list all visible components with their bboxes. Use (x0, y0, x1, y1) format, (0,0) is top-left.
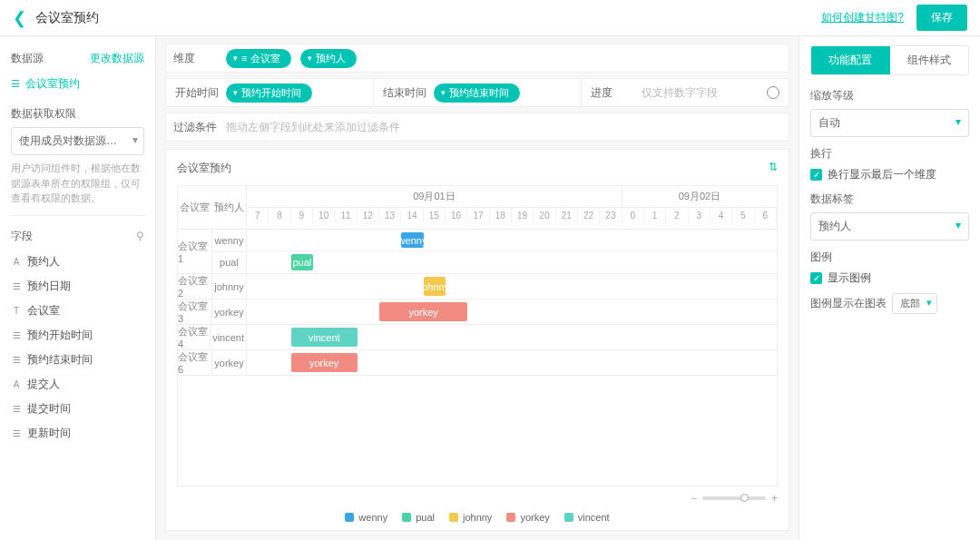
field-type-icon: ☰ (11, 428, 22, 438)
field-label: 提交人 (27, 377, 60, 392)
field-item[interactable]: ☰提交时间 (11, 397, 144, 421)
field-type-icon: A (11, 257, 22, 267)
chart-title: 会议室预约 (177, 161, 231, 176)
field-type-icon: ☰ (11, 355, 22, 365)
hour-header: 2 (666, 208, 688, 223)
filter-row[interactable]: 过滤条件 拖动左侧字段到此处来添加过滤条件 (165, 113, 789, 142)
hour-header: 12 (358, 208, 379, 223)
zoom-out-icon[interactable]: − (691, 492, 697, 505)
start-time-cell[interactable]: 开始时间 ▾预约开始时间 (166, 79, 374, 106)
gantt-track: yorkey (247, 299, 777, 324)
hour-header: 22 (578, 208, 600, 223)
gantt-row: 会议室6yorkeyyorkey (178, 350, 777, 376)
field-type-icon: ☰ (11, 281, 22, 291)
gantt-track: johnny (247, 274, 777, 299)
change-datasource-link[interactable]: 更改数据源 (90, 51, 144, 66)
legend-pos-select[interactable]: 底部 (892, 293, 937, 314)
col-person: 预约人 (212, 186, 247, 229)
datasource-item[interactable]: 会议室预约 (11, 72, 144, 101)
legend-text: pual (416, 512, 435, 523)
progress-cell[interactable]: 进度 仅支持数字字段 (582, 79, 789, 106)
field-label: 预约结束时间 (27, 352, 93, 368)
zoom-slider[interactable] (702, 496, 766, 500)
field-item[interactable]: ☰预约日期 (11, 274, 144, 299)
legend-item[interactable]: vincent (564, 512, 610, 523)
person-cell: pual (212, 252, 246, 274)
perm-label: 数据获取权限 (11, 106, 144, 122)
field-label: 预约开始时间 (27, 328, 93, 343)
save-button[interactable]: 保存 (916, 5, 967, 31)
back-icon[interactable]: ❮ (13, 8, 26, 28)
date-header: 09月02日 (622, 186, 777, 207)
gantt-bar[interactable]: wenny (401, 232, 423, 248)
help-link[interactable]: 如何创建甘特图? (821, 10, 904, 25)
field-item[interactable]: ☰更新时间 (11, 421, 144, 446)
hour-header: 6 (755, 208, 777, 223)
wrap-checkbox[interactable]: ✓换行显示最后一个维度 (810, 167, 969, 182)
field-label: 预约日期 (27, 279, 71, 294)
datalabel-select[interactable]: 预约人 (810, 212, 969, 241)
field-type-icon: T (11, 306, 22, 316)
field-item[interactable]: ☰预约开始时间 (11, 323, 144, 348)
gantt-chart: 会议室 预约人 09月01日09月02日 7891011121314151617… (177, 185, 778, 486)
person-cell: johnny (212, 274, 246, 299)
person-cell: yorkey (212, 299, 246, 324)
hour-header: 3 (689, 208, 710, 223)
center-panel: 维度 ▾≡会议室 ▾预约人 开始时间 ▾预约开始时间 结束时间 ▾预约结束时间 … (156, 36, 799, 540)
start-pill[interactable]: ▾预约开始时间 (226, 83, 312, 103)
legend-swatch (449, 513, 458, 522)
dim-pill-room[interactable]: ▾≡会议室 (226, 49, 291, 68)
scale-label: 缩放等级 (810, 88, 969, 103)
room-cell: 会议室6 (178, 350, 212, 375)
cursor-icon (767, 86, 779, 99)
end-time-cell[interactable]: 结束时间 ▾预约结束时间 (374, 79, 582, 106)
gantt-bar[interactable]: johnny (424, 277, 446, 296)
gantt-row: 会议室4vincentvincent (178, 325, 777, 350)
hour-header: 9 (291, 208, 313, 223)
legend-text: yorkey (520, 512, 549, 523)
gantt-bar[interactable]: pual (291, 254, 313, 270)
sort-icon[interactable]: ⇅ (769, 161, 778, 176)
field-label: 预约人 (27, 254, 60, 270)
date-header: 09月01日 (247, 186, 622, 207)
gantt-bar[interactable]: yorkey (379, 302, 467, 321)
gantt-track: yorkey (247, 350, 777, 375)
legend-item[interactable]: wenny (345, 512, 387, 523)
field-item[interactable]: T会议室 (11, 299, 144, 323)
gantt-row: 会议室1wennypualwennypual (178, 230, 777, 274)
field-item[interactable]: A预约人 (11, 250, 144, 274)
legend-swatch (564, 513, 573, 522)
field-label: 更新时间 (27, 426, 71, 441)
hour-header: 0 (622, 208, 644, 223)
legend-swatch (506, 513, 515, 522)
perm-select[interactable]: 使用成员对数据源表单的... (11, 127, 144, 155)
end-pill[interactable]: ▾预约结束时间 (434, 83, 520, 103)
legend-item[interactable]: yorkey (506, 512, 549, 523)
field-label: 提交时间 (27, 401, 71, 417)
dim-pill-person[interactable]: ▾预约人 (300, 49, 357, 68)
hour-header: 21 (556, 208, 578, 223)
legend-label: 图例 (810, 250, 969, 265)
scale-select[interactable]: 自动 (810, 109, 969, 137)
hour-header: 20 (534, 208, 555, 223)
legend-checkbox[interactable]: ✓显示图例 (810, 270, 969, 286)
field-type-icon: ☰ (11, 404, 22, 414)
field-item[interactable]: ☰预约结束时间 (11, 348, 144, 372)
room-cell: 会议室2 (178, 274, 212, 299)
tab-function[interactable]: 功能配置 (811, 46, 890, 74)
field-label: 会议室 (27, 303, 60, 319)
left-panel: 数据源 更改数据源 会议室预约 数据获取权限 使用成员对数据源表单的... 用户… (0, 36, 156, 540)
gantt-bar[interactable]: vincent (291, 328, 358, 347)
dimension-row[interactable]: 维度 ▾≡会议室 ▾预约人 (165, 44, 789, 73)
zoom-in-icon[interactable]: + (771, 492, 778, 505)
search-icon[interactable]: ⚲ (136, 230, 144, 242)
tab-style[interactable]: 组件样式 (890, 46, 969, 74)
legend-item[interactable]: johnny (449, 512, 492, 523)
legend: wennypualjohnnyyorkeyvincent (177, 512, 778, 523)
legend-item[interactable]: pual (402, 512, 435, 523)
hour-header: 8 (269, 208, 290, 223)
person-cell: vincent (211, 325, 246, 349)
field-item[interactable]: A提交人 (11, 372, 144, 397)
gantt-track: wenny (247, 230, 777, 251)
gantt-bar[interactable]: yorkey (291, 353, 358, 372)
